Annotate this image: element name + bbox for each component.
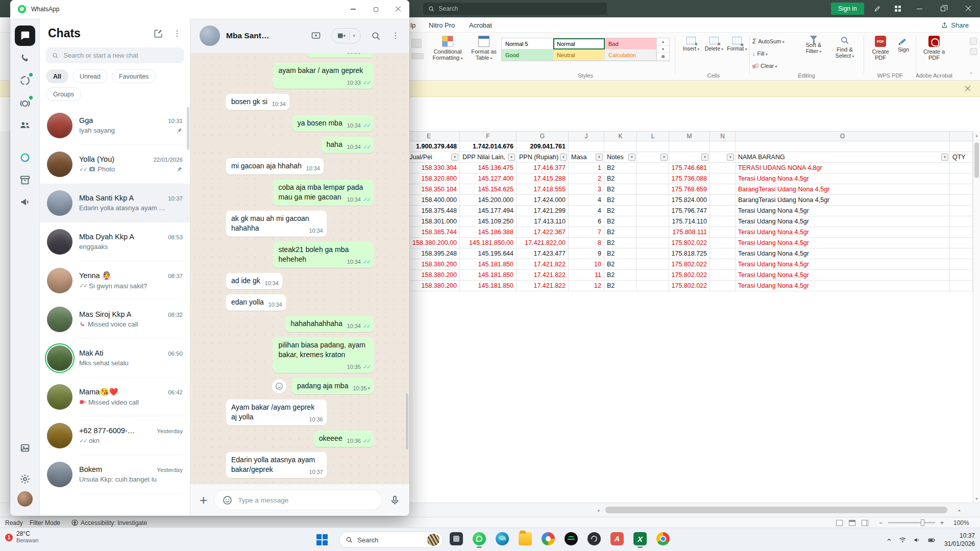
cell[interactable]: Terasi Udang Nona 4,5gr [736, 270, 950, 281]
chat-list-item[interactable]: Gga 10:31 Iyah sayang [40, 106, 190, 145]
cell[interactable]: 145.186.388 [460, 227, 517, 238]
cell[interactable]: B2 [604, 281, 637, 291]
chat-list-item[interactable]: Mas Siroj Kkp A 08:32 Mis [40, 300, 190, 339]
cell[interactable]: 145.181.850 [460, 270, 517, 281]
channels-tab[interactable] [15, 93, 35, 114]
broadcast-button[interactable] [15, 192, 35, 212]
apps-grid-icon[interactable] [888, 0, 908, 17]
zoom-in-icon[interactable]: + [940, 517, 944, 528]
cell[interactable]: 175.818.725 [669, 248, 710, 259]
cell[interactable] [950, 227, 973, 238]
message-bubble[interactable]: mi gacoan aja hhahah 10:34 [226, 158, 324, 174]
vertical-scroll-thumb[interactable] [974, 142, 979, 178]
chat-list-item[interactable]: Yenna 👰 08:37 Si gwyn ma [40, 261, 190, 300]
cell[interactable]: B2 [604, 259, 637, 270]
cell[interactable]: 145.181.850 [460, 281, 517, 291]
app-search-box[interactable] [423, 3, 607, 15]
column-letter[interactable]: N [710, 131, 736, 141]
ribbon-mini-icon[interactable] [970, 38, 977, 45]
react-emoji-button[interactable] [272, 379, 287, 394]
communities-tab[interactable] [15, 115, 35, 135]
chat-list-item[interactable]: Mama😘❤️ 06:42 Missed vid [40, 378, 190, 416]
cell[interactable]: 175.796.747 [669, 206, 710, 216]
header-cell[interactable]: Notes [604, 152, 637, 163]
sort-filter-button[interactable]: Sort & Filter [799, 36, 828, 55]
cell[interactable]: B2 [604, 238, 637, 248]
scroll-right-icon[interactable]: ► [955, 506, 964, 514]
create-a-pdf-button[interactable]: Create a PDF [919, 36, 949, 61]
cell[interactable] [950, 281, 973, 291]
zoom-level[interactable]: 100% [953, 517, 969, 528]
cell[interactable]: B2 [604, 184, 637, 195]
cell[interactable]: 10 [569, 259, 604, 270]
cell[interactable] [950, 173, 973, 184]
cell[interactable]: B2 [604, 216, 637, 227]
cell[interactable]: Terasi Udang Nona 4,5gr [736, 248, 950, 259]
cells-button[interactable]: Delete [703, 37, 725, 52]
profile-avatar[interactable] [17, 491, 33, 507]
whatsapp-titlebar[interactable]: WhatsApp [10, 0, 409, 18]
cell[interactable]: 175.802.022 [669, 238, 710, 248]
meta-ai-tab[interactable] [15, 147, 35, 168]
cells-button[interactable]: Format [726, 37, 748, 52]
message-bubble[interactable]: steak21 boleh ga mba heheheh 10:34 [273, 242, 374, 268]
contact-name[interactable]: Mba Sant… [226, 31, 269, 40]
cell[interactable]: 175.808.111 [669, 227, 710, 238]
cell[interactable] [710, 259, 736, 270]
scroll-down-icon[interactable]: ▼ [973, 494, 980, 503]
cell[interactable]: 17.423.477 [517, 248, 569, 259]
cell[interactable] [710, 173, 736, 184]
cell[interactable] [710, 206, 736, 216]
settings-button[interactable] [15, 469, 35, 489]
filter-button[interactable] [628, 154, 635, 161]
accessibility-status[interactable]: Accessibility: Investigate [71, 517, 147, 528]
cell[interactable]: 1 [569, 163, 604, 173]
cell[interactable]: 175.768.659 [669, 184, 710, 195]
cell[interactable] [637, 248, 669, 259]
filter-button[interactable] [508, 154, 515, 161]
cell[interactable]: BarangTerasi Udang Nona 4,5gr [736, 184, 950, 195]
cell[interactable]: 175.746.681 [669, 163, 710, 173]
cell[interactable] [637, 281, 669, 291]
cell[interactable] [637, 195, 669, 206]
maximize-button[interactable] [364, 0, 387, 18]
header-cell[interactable] [710, 152, 736, 163]
message-bubble[interactable]: Edarin yolla atasnya ayam bakar/geprek 1… [226, 452, 327, 478]
cell[interactable] [637, 216, 669, 227]
cell[interactable]: 11 [569, 270, 604, 281]
cell[interactable]: Terasi Udang Nona 4,5gr [736, 206, 950, 216]
cell[interactable] [950, 195, 973, 206]
chat-list-scrollbar[interactable] [187, 107, 189, 150]
filter-button[interactable] [451, 154, 458, 161]
cell[interactable]: B2 [604, 270, 637, 281]
style-preset[interactable]: Neutral [553, 49, 605, 61]
taskbar-app-icon[interactable] [541, 531, 555, 548]
cell[interactable]: 145.195.644 [460, 248, 517, 259]
search-highlight-image[interactable] [427, 534, 439, 546]
status-tab[interactable] [15, 70, 35, 91]
emoji-icon[interactable] [222, 495, 233, 506]
cell[interactable]: 6 [569, 216, 604, 227]
cell[interactable]: Terasi Udang Nona 4,5gr [736, 259, 950, 270]
cell[interactable]: B2 [604, 173, 637, 184]
cell[interactable]: 175.714.110 [669, 216, 710, 227]
style-preset[interactable]: Normal [553, 38, 605, 49]
cell[interactable]: 17.421.299 [517, 206, 569, 216]
cell[interactable]: 17.413.110 [517, 216, 569, 227]
collapse-ribbon-icon[interactable]: ⌃ [969, 72, 973, 77]
chat-list-item[interactable]: Bokem Yesterday Ursula Kk [40, 455, 190, 494]
cell[interactable]: 145.154.625 [460, 184, 517, 195]
find-select-button[interactable]: Find & Select [830, 36, 860, 60]
cell[interactable] [637, 173, 669, 184]
cell[interactable]: 175.736.088 [669, 173, 710, 184]
taskbar-app-icon[interactable] [495, 531, 509, 548]
cell[interactable] [710, 195, 736, 206]
cell[interactable] [950, 216, 973, 227]
column-letter[interactable]: F [460, 131, 517, 141]
fill-button[interactable]: Fill [752, 49, 796, 58]
close-notification-icon[interactable] [964, 85, 972, 93]
zoom-out-icon[interactable]: − [879, 517, 883, 528]
gallery-button[interactable] [15, 438, 35, 458]
message-bubble[interactable]: edan yolla 10:34 [226, 294, 286, 311]
filter-button[interactable] [596, 154, 603, 161]
